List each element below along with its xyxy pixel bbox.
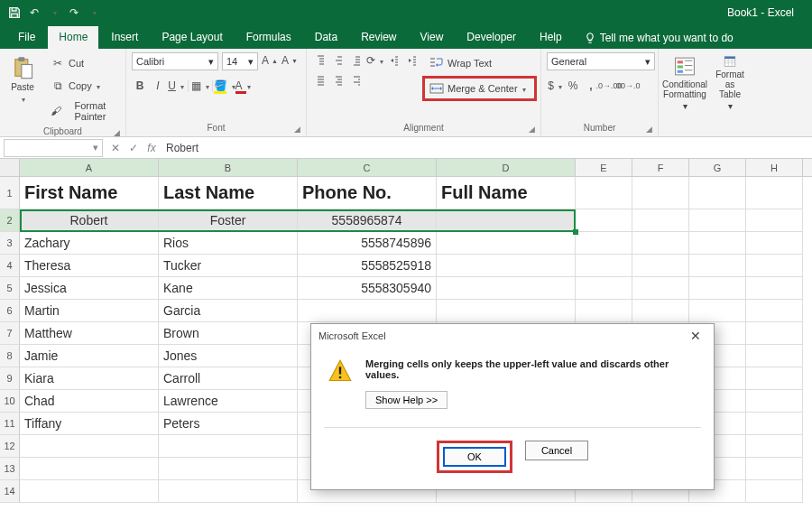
cell[interactable] bbox=[632, 232, 689, 255]
cell[interactable] bbox=[689, 255, 746, 277]
cell[interactable] bbox=[746, 209, 803, 232]
cell[interactable] bbox=[159, 458, 298, 480]
merge-center-button[interactable]: Merge & Center bbox=[424, 78, 535, 99]
cancel-formula-icon[interactable]: ✕ bbox=[106, 142, 125, 154]
conditional-formatting-button[interactable]: Conditional Formatting▾ bbox=[664, 52, 706, 114]
undo-icon[interactable]: ↶ bbox=[27, 5, 42, 20]
align-middle-button[interactable] bbox=[330, 52, 346, 69]
col-header-b[interactable]: B bbox=[159, 159, 298, 176]
name-box[interactable]: ▾ bbox=[4, 139, 103, 157]
align-top-button[interactable] bbox=[312, 52, 328, 69]
row-header[interactable]: 7 bbox=[0, 322, 20, 345]
align-center-button[interactable] bbox=[330, 72, 346, 88]
undo-dropdown[interactable] bbox=[47, 5, 61, 20]
cell[interactable] bbox=[576, 300, 632, 322]
cell[interactable] bbox=[576, 277, 632, 300]
dialog-close-icon[interactable]: ✕ bbox=[685, 327, 706, 345]
row-header[interactable]: 12 bbox=[0, 435, 20, 458]
cell[interactable] bbox=[159, 435, 298, 458]
tab-view[interactable]: View bbox=[410, 26, 455, 49]
cell[interactable] bbox=[20, 458, 159, 480]
fx-icon[interactable]: fx bbox=[143, 142, 161, 154]
cell[interactable]: Tiffany bbox=[20, 413, 159, 435]
font-dialog-launcher[interactable]: ◢ bbox=[294, 125, 300, 134]
cell[interactable]: Zachary bbox=[20, 232, 159, 255]
cell[interactable]: Last Name bbox=[159, 177, 298, 209]
row-header[interactable]: 1 bbox=[0, 177, 20, 209]
merge-dropdown-icon[interactable] bbox=[521, 83, 526, 94]
cell[interactable] bbox=[632, 177, 689, 209]
cell[interactable]: Rios bbox=[159, 232, 298, 255]
align-left-button[interactable] bbox=[312, 72, 328, 88]
font-size-combo[interactable]: 14▾ bbox=[222, 52, 258, 70]
enter-formula-icon[interactable]: ✓ bbox=[125, 142, 143, 154]
col-header-d[interactable]: D bbox=[437, 159, 576, 176]
ok-button[interactable]: OK bbox=[443, 447, 506, 467]
cell[interactable] bbox=[746, 413, 803, 435]
col-header-f[interactable]: F bbox=[632, 159, 689, 176]
italic-button[interactable]: I bbox=[150, 78, 166, 94]
col-header-e[interactable]: E bbox=[576, 159, 632, 176]
align-right-button[interactable] bbox=[348, 72, 364, 88]
cell[interactable] bbox=[746, 367, 803, 390]
cell[interactable]: Jessica bbox=[20, 277, 159, 300]
cell[interactable]: Carroll bbox=[159, 367, 298, 390]
col-header-g[interactable]: G bbox=[689, 159, 746, 176]
cell[interactable] bbox=[689, 277, 746, 300]
orientation-button[interactable]: ⟳ bbox=[366, 52, 383, 69]
decrease-font-button[interactable]: A▼ bbox=[281, 52, 298, 69]
select-all-corner[interactable] bbox=[0, 159, 20, 176]
align-bottom-button[interactable] bbox=[348, 52, 364, 69]
row-header[interactable]: 8 bbox=[0, 345, 20, 367]
wrap-text-button[interactable]: Wrap Text bbox=[424, 52, 535, 74]
underline-button[interactable]: U bbox=[168, 78, 184, 94]
cell[interactable] bbox=[746, 458, 803, 480]
cell[interactable]: Lawrence bbox=[159, 390, 298, 413]
increase-font-button[interactable]: A▲ bbox=[262, 52, 278, 69]
number-dialog-launcher[interactable]: ◢ bbox=[646, 125, 652, 134]
cell[interactable]: Garcia bbox=[159, 300, 298, 322]
row-header[interactable]: 11 bbox=[0, 413, 20, 435]
cell[interactable] bbox=[576, 255, 632, 277]
tab-data[interactable]: Data bbox=[304, 26, 348, 49]
cell[interactable]: 5558965874 bbox=[298, 209, 437, 232]
tab-insert[interactable]: Insert bbox=[100, 26, 149, 49]
tab-help[interactable]: Help bbox=[529, 26, 573, 49]
cell[interactable] bbox=[746, 345, 803, 367]
tab-formulas[interactable]: Formulas bbox=[235, 26, 302, 49]
formula-input[interactable]: Robert bbox=[161, 142, 812, 154]
cell[interactable] bbox=[437, 209, 576, 232]
cell[interactable] bbox=[20, 480, 159, 503]
show-help-button[interactable]: Show Help >> bbox=[365, 391, 448, 409]
cell[interactable] bbox=[689, 209, 746, 232]
cell[interactable]: Robert bbox=[20, 209, 159, 232]
cell[interactable]: Matthew bbox=[20, 322, 159, 345]
cell[interactable] bbox=[746, 435, 803, 458]
borders-button[interactable]: ▦ bbox=[192, 78, 208, 94]
row-header[interactable]: 5 bbox=[0, 277, 20, 300]
cell[interactable] bbox=[746, 277, 803, 300]
cell[interactable]: Jamie bbox=[20, 345, 159, 367]
percent-format-button[interactable]: % bbox=[565, 78, 581, 94]
cell[interactable] bbox=[746, 232, 803, 255]
col-header-c[interactable]: C bbox=[298, 159, 437, 176]
selection-handle[interactable] bbox=[573, 229, 578, 235]
row-header[interactable]: 6 bbox=[0, 300, 20, 322]
cell[interactable] bbox=[437, 300, 576, 322]
save-icon[interactable] bbox=[7, 5, 22, 20]
cell[interactable] bbox=[20, 435, 159, 458]
copy-button[interactable]: ⧉Copy bbox=[45, 75, 120, 97]
cell[interactable] bbox=[632, 209, 689, 232]
cell[interactable] bbox=[746, 300, 803, 322]
row-header[interactable]: 9 bbox=[0, 367, 20, 390]
cell[interactable] bbox=[437, 255, 576, 277]
cell[interactable] bbox=[576, 232, 632, 255]
format-painter-button[interactable]: 🖌Format Painter bbox=[45, 98, 120, 125]
tell-me-search[interactable]: Tell me what you want to do bbox=[575, 27, 743, 49]
cell[interactable]: Chad bbox=[20, 390, 159, 413]
paste-button[interactable]: Paste bbox=[5, 52, 40, 114]
cell[interactable] bbox=[576, 209, 632, 232]
col-header-a[interactable]: A bbox=[20, 159, 159, 176]
tab-review[interactable]: Review bbox=[350, 26, 407, 49]
row-header[interactable]: 13 bbox=[0, 458, 20, 480]
